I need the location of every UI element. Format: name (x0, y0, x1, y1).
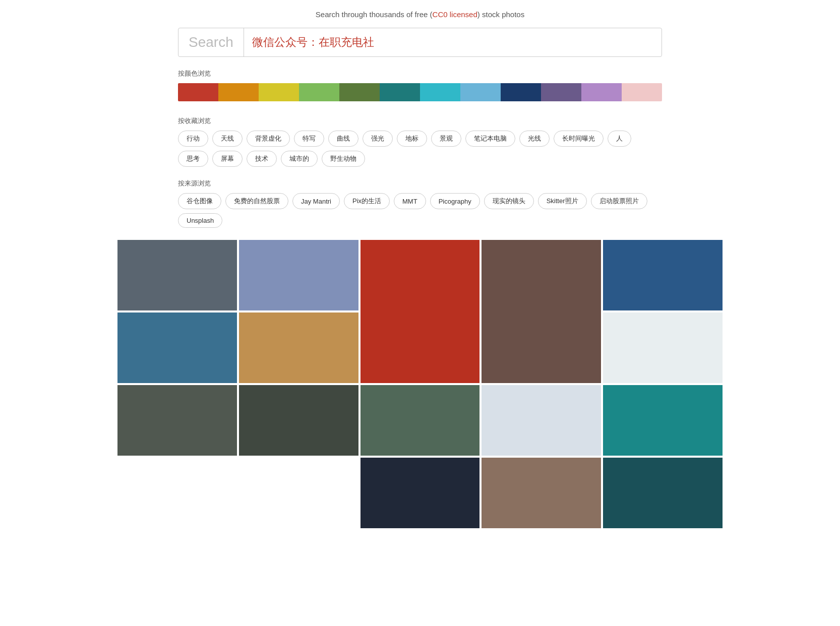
photo-cell[interactable] (482, 240, 601, 383)
color-swatch-yellow[interactable] (259, 83, 299, 101)
collection-tag[interactable]: 天线 (212, 131, 243, 147)
photo-cell[interactable] (361, 240, 480, 383)
source-tag[interactable]: Jay Mantri (292, 193, 340, 209)
header-description: Search through thousands of free (CC0 li… (10, 10, 830, 19)
collection-tag[interactable]: 强光 (363, 131, 393, 147)
collection-tag[interactable]: 技术 (247, 151, 277, 167)
photo-cell[interactable] (239, 312, 358, 383)
color-swatch-dark-green[interactable] (339, 83, 380, 101)
color-bar (178, 83, 662, 101)
search-label: Search (178, 28, 244, 56)
color-browse-title: 按颜色浏览 (178, 69, 662, 78)
color-swatch-lavender[interactable] (581, 83, 622, 101)
photo-cell[interactable] (361, 385, 480, 456)
source-tag[interactable]: 启动股票照片 (591, 193, 647, 209)
collection-tag[interactable]: 行动 (178, 131, 208, 147)
collection-browse-title: 按收藏浏览 (178, 116, 662, 126)
license-link[interactable]: CC0 licensed (433, 10, 477, 19)
photo-cell[interactable] (117, 312, 237, 383)
color-swatch-cyan[interactable] (420, 83, 460, 101)
collection-tags-row: 行动天线背景虚化特写曲线强光地标景观笔记本电脑光线长时间曝光人思考屏幕技术城市的… (178, 131, 662, 167)
color-swatch-pink[interactable] (622, 83, 662, 101)
color-swatch-teal[interactable] (380, 83, 420, 101)
collection-tag[interactable]: 特写 (294, 131, 324, 147)
photo-cell[interactable] (239, 240, 358, 310)
collection-tag[interactable]: 景观 (431, 131, 461, 147)
source-tag[interactable]: 现实的镜头 (484, 193, 534, 209)
photo-cell[interactable] (603, 312, 723, 383)
photo-cell[interactable] (117, 240, 237, 310)
search-input[interactable] (244, 30, 662, 55)
collection-tag[interactable]: 野生动物 (322, 151, 365, 167)
source-tags-row: 谷仓图像免费的自然股票Jay MantriPix的生活MMTPicography… (178, 193, 662, 228)
collection-tag[interactable]: 思考 (178, 151, 208, 167)
photo-grid (117, 240, 723, 528)
collection-tag[interactable]: 光线 (519, 131, 550, 147)
collection-tag[interactable]: 笔记本电脑 (465, 131, 515, 147)
source-browse-section: 按来源浏览 谷仓图像免费的自然股票Jay MantriPix的生活MMTPico… (178, 179, 662, 228)
color-swatch-orange[interactable] (218, 83, 259, 101)
collection-tag[interactable]: 屏幕 (212, 151, 243, 167)
collection-tag[interactable]: 人 (608, 131, 631, 147)
search-container: Search (178, 28, 662, 57)
source-tag[interactable]: Picography (430, 193, 480, 209)
collection-tag[interactable]: 曲线 (328, 131, 358, 147)
collection-tag[interactable]: 背景虚化 (247, 131, 290, 147)
source-tag[interactable]: MMT (394, 193, 426, 209)
color-swatch-dark-blue[interactable] (501, 83, 541, 101)
color-swatch-light-green[interactable] (299, 83, 339, 101)
source-tag[interactable]: 免费的自然股票 (225, 193, 288, 209)
collection-tag[interactable]: 城市的 (281, 151, 318, 167)
photo-cell[interactable] (117, 385, 237, 456)
source-tag[interactable]: 谷仓图像 (178, 193, 221, 209)
photo-cell[interactable] (239, 385, 358, 456)
photo-cell[interactable] (603, 385, 723, 456)
collection-tag[interactable]: 地标 (397, 131, 427, 147)
source-tag[interactable]: Skitter照片 (538, 193, 587, 209)
color-swatch-purple-gray[interactable] (541, 83, 581, 101)
photo-cell[interactable] (603, 458, 723, 528)
color-swatch-light-blue[interactable] (460, 83, 501, 101)
photo-cell[interactable] (482, 458, 601, 528)
color-swatch-red[interactable] (178, 83, 218, 101)
photo-cell[interactable] (603, 240, 723, 310)
source-tag[interactable]: Pix的生活 (344, 193, 390, 209)
photo-cell[interactable] (361, 458, 480, 528)
collection-tag[interactable]: 长时间曝光 (554, 131, 604, 147)
source-tag[interactable]: Unsplash (178, 213, 222, 228)
photo-cell[interactable] (482, 385, 601, 456)
collection-browse-section: 按收藏浏览 行动天线背景虚化特写曲线强光地标景观笔记本电脑光线长时间曝光人思考屏… (178, 116, 662, 167)
source-browse-title: 按来源浏览 (178, 179, 662, 188)
